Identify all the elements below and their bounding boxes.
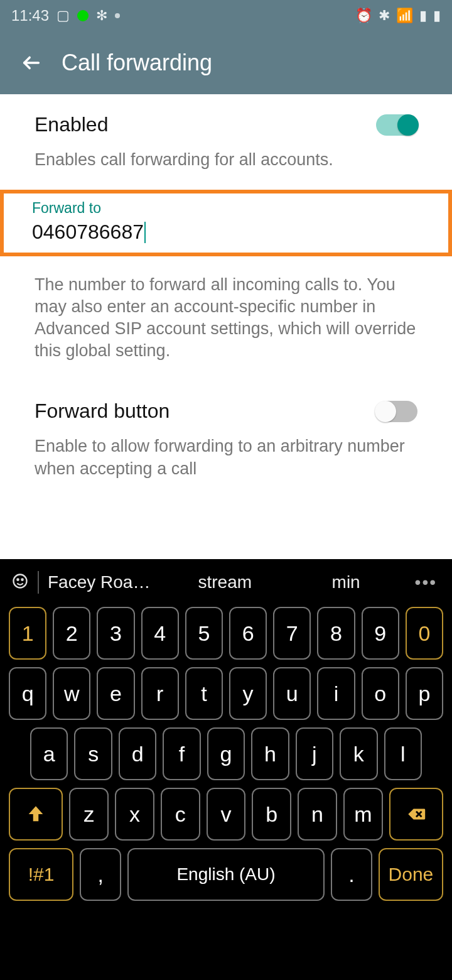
keyboard-row-3: z x c v b n m [9,788,443,841]
key-m[interactable]: m [343,788,383,841]
toggle-enabled[interactable] [376,114,417,136]
key-done[interactable]: Done [379,848,443,901]
status-time: 11:43 [11,7,49,24]
key-f[interactable]: f [163,727,200,780]
key-comma[interactable]: , [80,848,121,901]
setting-enabled-title: Enabled [35,113,108,136]
status-right: ⏰ ✱ 📶 ▮ ▮ [355,8,441,24]
key-4[interactable]: 4 [141,607,179,660]
recording-indicator-icon [77,10,89,21]
key-b[interactable]: b [252,788,291,841]
key-d[interactable]: d [119,727,156,780]
battery-icon: ▮ [433,8,441,24]
key-3[interactable]: 3 [97,607,134,660]
forward-to-desc: The number to forward all incoming calls… [35,274,417,362]
key-o[interactable]: o [362,667,399,720]
keyboard-divider [38,571,39,594]
keyboard-rows: 1 2 3 4 5 6 7 8 9 0 q w e r t y u i o p … [0,606,452,980]
keyboard-row-1: q w e r t y u i o p [9,667,443,720]
key-0[interactable]: 0 [406,607,443,660]
key-l[interactable]: l [384,727,422,780]
toggle-forward-button[interactable] [376,401,417,422]
keyboard-suggestion-2[interactable]: stream [169,572,281,592]
setting-forward-button-title: Forward button [35,400,170,423]
notification-dot-icon [115,13,120,18]
key-s[interactable]: s [74,727,112,780]
key-j[interactable]: j [296,727,333,780]
key-q[interactable]: q [9,667,46,720]
keyboard-row-numbers: 1 2 3 4 5 6 7 8 9 0 [9,607,443,660]
key-shift[interactable] [9,788,63,841]
key-6[interactable]: 6 [229,607,267,660]
key-9[interactable]: 9 [362,607,399,660]
wifi-icon: 📶 [396,8,413,24]
forward-to-label: Forward to [32,200,420,217]
keyboard-row-4: !#1 , English (AU) . Done [9,848,443,901]
key-a[interactable]: a [30,727,68,780]
key-i[interactable]: i [317,667,355,720]
keyboard-suggestion-3[interactable]: min [290,572,402,592]
back-button[interactable] [13,52,50,74]
forward-to-field-highlight: Forward to 0460786687 [0,190,452,256]
key-7[interactable]: 7 [273,607,311,660]
key-p[interactable]: p [406,667,443,720]
keyboard-suggestion-1[interactable]: Facey Road Gn… [48,572,160,592]
key-g[interactable]: g [207,727,245,780]
key-n[interactable]: n [298,788,337,841]
svg-point-2 [17,579,18,580]
key-2[interactable]: 2 [53,607,90,660]
keyboard-suggestion-bar: Facey Road Gn… stream min ••• [0,559,452,606]
emoji-icon[interactable] [11,572,29,592]
key-k[interactable]: k [340,727,377,780]
key-1[interactable]: 1 [9,607,46,660]
setting-forward-button-desc: Enable to allow forwarding to an arbitra… [35,435,417,479]
key-space[interactable]: English (AU) [127,848,325,901]
setting-forward-button[interactable]: Forward button Enable to allow forwardin… [0,381,452,498]
status-left: 11:43 ▢ ✻ [11,7,120,24]
key-backspace[interactable] [389,788,443,841]
setting-enabled[interactable]: Enabled Enables call forwarding for all … [0,113,452,190]
forward-to-desc-block: The number to forward all incoming calls… [0,263,452,381]
svg-point-1 [14,575,27,588]
soft-keyboard: Facey Road Gn… stream min ••• 1 2 3 4 5 … [0,559,452,980]
key-e[interactable]: e [97,667,134,720]
key-z[interactable]: z [69,788,109,841]
key-8[interactable]: 8 [317,607,355,660]
key-t[interactable]: t [185,667,223,720]
forward-to-input[interactable]: 0460786687 [32,220,420,244]
setting-enabled-desc: Enables call forwarding for all accounts… [35,149,417,171]
svg-point-3 [21,579,23,580]
bluetooth-icon: ✱ [379,8,390,24]
keyboard-row-2: a s d f g h j k l [9,727,443,780]
key-w[interactable]: w [53,667,90,720]
status-bar: 11:43 ▢ ✻ ⏰ ✱ 📶 ▮ ▮ [0,0,452,31]
page-title: Call forwarding [62,50,212,76]
key-v[interactable]: v [207,788,246,841]
keyboard-more-icon[interactable]: ••• [411,572,441,592]
key-u[interactable]: u [273,667,311,720]
text-cursor-icon [144,222,146,243]
image-icon: ▢ [56,8,70,24]
key-h[interactable]: h [251,727,289,780]
key-c[interactable]: c [161,788,200,841]
alarm-icon: ⏰ [355,8,372,24]
forward-to-value: 0460786687 [32,220,144,244]
key-y[interactable]: y [229,667,267,720]
signal-icon: ▮ [419,8,427,24]
key-period[interactable]: . [331,848,372,901]
key-r[interactable]: r [141,667,179,720]
app-bar: Call forwarding [0,31,452,94]
key-5[interactable]: 5 [185,607,223,660]
snowflake-icon: ✻ [96,8,107,24]
key-x[interactable]: x [115,788,154,841]
key-symbols[interactable]: !#1 [9,848,73,901]
settings-content: Enabled Enables call forwarding for all … [0,94,452,559]
